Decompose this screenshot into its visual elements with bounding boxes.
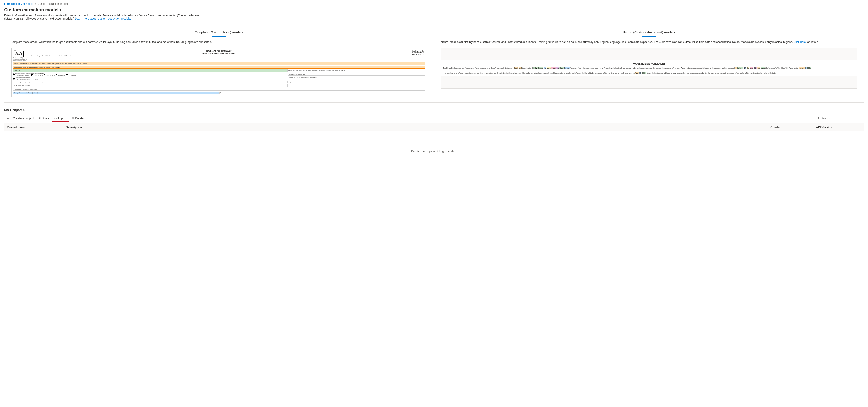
- search-input[interactable]: [821, 117, 861, 120]
- col-header-description: Description: [66, 125, 770, 129]
- table-header: Project name Description Created ↓ API V…: [4, 123, 864, 131]
- breadcrumb: Form Recognizer Studio > Custom extracti…: [0, 0, 868, 6]
- page-title: Custom extraction models: [4, 7, 864, 12]
- import-button[interactable]: ↦ Import: [52, 115, 69, 121]
- neural-panel-divider: [642, 36, 656, 37]
- projects-toolbar-row: ＋ + Create a project ↗ Share ↦ Import 🗑 …: [4, 115, 864, 123]
- projects-section: My Projects ＋ + Create a project ↗ Share…: [0, 103, 868, 162]
- search-icon: [816, 117, 819, 120]
- page-header: Custom extraction models Extract informa…: [0, 6, 868, 22]
- share-button[interactable]: ↗ Share: [36, 115, 52, 121]
- template-panel-divider: [212, 36, 226, 37]
- col-header-created[interactable]: Created ↓: [770, 125, 816, 129]
- neural-panel-preview: HOUSE RENTAL AGREEMENT This House Rental…: [441, 48, 857, 89]
- template-panel-preview: Form W-9 Rev. October 2018) Department o…: [11, 48, 427, 97]
- neural-click-here-link[interactable]: Click here: [794, 40, 806, 43]
- delete-icon: 🗑: [71, 117, 74, 120]
- breadcrumb-current: Custom extraction model: [38, 2, 68, 5]
- col-header-project-name: Project name: [7, 125, 66, 129]
- delete-button[interactable]: 🗑 Delete: [69, 115, 86, 121]
- col-header-api-version: API Version: [816, 125, 861, 129]
- page-description: Extract information from forms and docum…: [4, 14, 208, 20]
- create-project-button[interactable]: ＋ + Create a project: [4, 115, 36, 121]
- delete-label: Delete: [75, 117, 84, 120]
- model-panels: Template (Custom form) models Template m…: [4, 26, 864, 103]
- plus-icon: ＋: [6, 116, 9, 120]
- empty-state-message: Create a new project to get started.: [4, 131, 864, 162]
- projects-table: Project name Description Created ↓ API V…: [4, 123, 864, 162]
- import-label: Import: [58, 117, 66, 120]
- neural-panel-desc: Neural models can flexibly handle both s…: [441, 40, 857, 44]
- w9-form-mock: Form W-9 Rev. October 2018) Department o…: [11, 48, 427, 97]
- sort-icon: ↓: [782, 126, 784, 128]
- projects-toolbar: ＋ + Create a project ↗ Share ↦ Import 🗑 …: [4, 115, 86, 121]
- import-icon: ↦: [55, 117, 57, 120]
- col-created-label: Created: [770, 125, 781, 129]
- share-icon: ↗: [38, 117, 41, 120]
- breadcrumb-separator: >: [35, 2, 36, 5]
- svg-line-1: [818, 119, 819, 119]
- projects-section-title: My Projects: [4, 108, 864, 112]
- neural-panel-title: Neural (Custom document) models: [441, 30, 857, 34]
- rental-form-mock: HOUSE RENTAL AGREEMENT This House Rental…: [441, 60, 857, 76]
- learn-more-link[interactable]: Learn more about custom extraction model…: [75, 17, 131, 20]
- neural-panel: Neural (Custom document) models Neural m…: [434, 26, 864, 103]
- breadcrumb-home[interactable]: Form Recognizer Studio: [4, 2, 33, 5]
- create-project-label: + Create a project: [10, 117, 34, 120]
- template-panel: Template (Custom form) models Template m…: [4, 26, 434, 103]
- search-box[interactable]: [814, 115, 864, 121]
- template-panel-title: Template (Custom form) models: [11, 30, 427, 34]
- share-label: Share: [42, 117, 50, 120]
- template-panel-desc: Template models work well when the targe…: [11, 40, 427, 44]
